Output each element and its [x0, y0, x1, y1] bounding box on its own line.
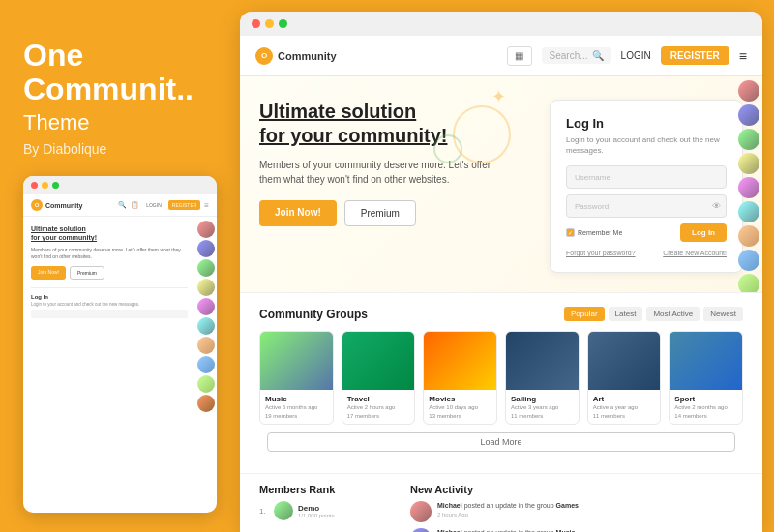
group-info-sailing: Sailing Active 3 years ago11 members	[506, 390, 579, 424]
bottom-row: Members Rank 1. Demo 1/1,000 points New …	[240, 473, 762, 532]
password-input-row: Password 👁	[566, 194, 727, 218]
login-card: Log In Login to your account and check o…	[550, 100, 743, 273]
groups-grid: Music Active 5 months ago19 members Trav…	[259, 331, 743, 425]
activity-avatar-2	[410, 528, 432, 532]
hamburger-icon[interactable]: ≡	[739, 48, 747, 64]
login-card-title: Log In	[566, 116, 727, 131]
close-dot[interactable]	[252, 19, 260, 28]
mini-nav: O Community 🔍 📋 LOGIN REGISTER ≡	[23, 194, 217, 217]
new-activity-section: New Activity Michael posted an update in…	[410, 484, 743, 532]
brand-by: By Diabolique	[23, 141, 217, 157]
mini-login: LOGIN	[143, 201, 164, 209]
community-groups-section: Community Groups Popular Latest Most Act…	[240, 292, 762, 473]
group-info-movies: Movies Active 10 days ago13 members	[424, 390, 496, 424]
login-submit-button[interactable]: Log In	[680, 223, 727, 242]
group-img-movies	[424, 332, 496, 390]
activity-item-1: Michael posted an update in the group Ga…	[410, 501, 743, 522]
mini-avatar-2	[197, 240, 215, 257]
mini-nav-right: 🔍 📋 LOGIN REGISTER ≡	[118, 200, 209, 210]
groups-section-title: Community Groups	[259, 308, 368, 321]
group-card-sailing: Sailing Active 3 years ago11 members	[505, 331, 580, 425]
group-img-sport	[670, 332, 742, 390]
mini-logo-circle: O	[31, 199, 43, 211]
rank-info-1: Demo 1/1,000 points	[298, 504, 335, 518]
rank-name-1: Demo	[298, 504, 335, 513]
mini-avatar-1	[197, 221, 215, 238]
mini-max-dot	[52, 182, 59, 189]
forgot-password-link[interactable]: Forgot your password?	[566, 250, 636, 256]
tab-newest[interactable]: Newest	[703, 307, 743, 321]
tab-latest[interactable]: Latest	[609, 307, 643, 321]
rank-item-1: 1. Demo 1/1,000 points	[259, 501, 395, 520]
password-input[interactable]: Password	[566, 194, 727, 218]
group-meta-sailing: Active 3 years ago11 members	[511, 403, 574, 420]
eye-icon: 👁	[712, 201, 721, 211]
mini-min-dot	[42, 182, 48, 189]
group-name-music: Music	[265, 395, 328, 403]
members-rank-title: Members Rank	[259, 484, 395, 495]
tab-popular[interactable]: Popular	[564, 307, 605, 321]
activity-user-1: Michael	[437, 502, 462, 509]
group-card-music: Music Active 5 months ago19 members	[259, 331, 334, 425]
tab-most-active[interactable]: Most Active	[646, 307, 700, 321]
left-panel: One Communit.. Theme By Diabolique O Com…	[0, 0, 240, 532]
mini-register: REGISTER	[168, 200, 201, 210]
mini-join-btn[interactable]: Join Now!	[31, 266, 66, 280]
group-card-travel: Travel Active 2 hours ago17 members	[342, 331, 416, 425]
rank-pts-1: 1/1,000 points	[298, 513, 335, 518]
mini-logo-text: Community	[45, 202, 83, 209]
minimize-dot[interactable]	[265, 19, 274, 28]
hero-description: Members of your community deserve more. …	[259, 158, 491, 187]
right-avatar-7	[738, 225, 759, 247]
logo-text: Community	[278, 50, 337, 62]
search-box[interactable]: Search... 🔍	[542, 47, 611, 64]
activity-text-1: Michael posted an update in the group Ga…	[437, 501, 579, 522]
join-now-button[interactable]: Join Now!	[259, 200, 337, 226]
members-rank-section: Members Rank 1. Demo 1/1,000 points	[259, 484, 395, 532]
deco-circle-1	[453, 105, 511, 163]
group-name-sport: Sport	[674, 395, 737, 403]
logo-circle: O	[255, 47, 273, 65]
main-browser: O Community ▦ Search... 🔍 LOGIN REGISTER…	[240, 12, 762, 532]
site-logo: O Community	[255, 47, 337, 65]
group-meta-art: Active a year ago11 members	[593, 403, 656, 420]
groups-tabs: Popular Latest Most Active Newest	[564, 307, 743, 321]
group-name-movies: Movies	[429, 395, 491, 403]
mini-hero-desc: Members of your community deserve more. …	[31, 247, 188, 260]
brand-block: One Communit.. Theme By Diabolique	[23, 39, 217, 157]
group-name-sailing: Sailing	[511, 395, 574, 403]
mini-main: Ultimate solutionfor your community! Mem…	[23, 217, 195, 416]
mini-avatar-9	[197, 375, 215, 393]
deco-star-1: ✦	[491, 86, 506, 107]
grid-icon[interactable]: ▦	[507, 46, 532, 66]
premium-button[interactable]: Premium	[344, 200, 416, 226]
remember-row: ✓ Remember Me Log In	[566, 223, 727, 242]
right-avatar-1	[738, 80, 759, 102]
activity-text-2: Michael posted an update in the group Mu…	[437, 528, 575, 532]
create-account-link[interactable]: Create New Account!	[663, 250, 727, 256]
browser-chrome-bar	[240, 12, 762, 36]
group-info-art: Art Active a year ago11 members	[588, 390, 661, 424]
remember-checkbox[interactable]: ✓	[566, 228, 575, 237]
right-avatar-3	[738, 129, 759, 150]
login-links: Forgot your password? Create New Account…	[566, 250, 727, 256]
deco-circle-2	[433, 134, 462, 163]
mini-hero-buttons: Join Now! Premium	[31, 266, 188, 280]
remember-me-label: Remember Me	[578, 229, 622, 236]
username-input[interactable]: Username	[566, 165, 727, 189]
nav-login-link[interactable]: LOGIN	[621, 50, 651, 61]
group-img-travel	[342, 332, 415, 390]
group-meta-travel: Active 2 hours ago17 members	[347, 403, 410, 420]
hero-section: ✦ Ultimate solution for your community! …	[240, 76, 762, 292]
mini-username-field[interactable]	[31, 310, 188, 318]
right-avatar-5	[738, 177, 759, 198]
mini-browser-preview: O Community 🔍 📋 LOGIN REGISTER ≡ Ultimat…	[23, 176, 217, 513]
maximize-dot[interactable]	[279, 19, 287, 28]
nav-register-button[interactable]: REGISTER	[661, 46, 729, 65]
groups-section-header: Community Groups Popular Latest Most Act…	[259, 307, 743, 321]
mini-hero-title: Ultimate solutionfor your community!	[31, 224, 188, 242]
group-img-music	[260, 332, 333, 390]
activity-avatar-1	[410, 501, 432, 522]
mini-premium-btn[interactable]: Premium	[70, 266, 104, 280]
load-more-button[interactable]: Load More	[267, 432, 735, 452]
